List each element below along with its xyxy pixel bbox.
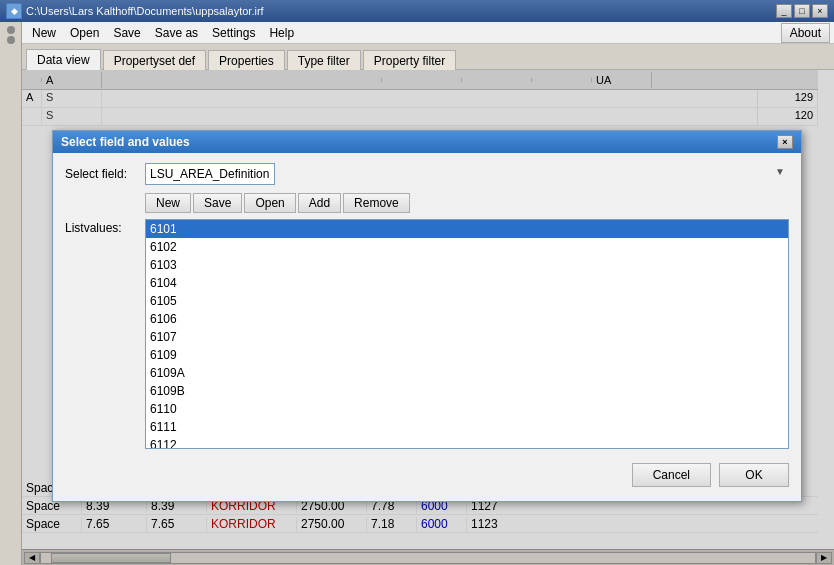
listvalues-item[interactable]: 6101	[146, 220, 788, 238]
minimize-button[interactable]: _	[776, 4, 792, 18]
tab-propertyset-def[interactable]: Propertyset def	[103, 50, 206, 70]
sidebar-dot-1	[7, 26, 15, 34]
select-field-dialog: Select field and values × Select field: …	[52, 130, 802, 502]
menu-save-as[interactable]: Save as	[149, 24, 204, 42]
listvalues-listbox[interactable]: 610161026103610461056106610761096109A610…	[145, 219, 789, 449]
menu-open[interactable]: Open	[64, 24, 105, 42]
toolbar-new-button[interactable]: New	[145, 193, 191, 213]
cancel-button[interactable]: Cancel	[632, 463, 711, 487]
toolbar-open-button[interactable]: Open	[244, 193, 295, 213]
left-sidebar	[0, 22, 22, 565]
toolbar-save-button[interactable]: Save	[193, 193, 242, 213]
listvalues-item[interactable]: 6110	[146, 400, 788, 418]
field-select-wrapper[interactable]: LSU_AREA_Definition	[145, 163, 789, 185]
listvalues-item[interactable]: 6106	[146, 310, 788, 328]
listvalues-item[interactable]: 6109	[146, 346, 788, 364]
listvalues-item[interactable]: 6104	[146, 274, 788, 292]
listvalues-item[interactable]: 6112	[146, 436, 788, 449]
dialog-close-button[interactable]: ×	[777, 135, 793, 149]
menu-help[interactable]: Help	[263, 24, 300, 42]
listvalues-label: Listvalues:	[65, 219, 145, 235]
window-controls[interactable]: _ □ ×	[776, 4, 828, 18]
listvalues-item[interactable]: 6107	[146, 328, 788, 346]
select-field-row: Select field: LSU_AREA_Definition	[65, 163, 789, 185]
tab-property-filter[interactable]: Property filter	[363, 50, 456, 70]
listvalues-row: Listvalues: 6101610261036104610561066107…	[65, 219, 789, 449]
tab-data-view[interactable]: Data view	[26, 49, 101, 70]
dialog-buttons: Cancel OK	[65, 457, 789, 491]
window-title: C:\Users\Lars Kalthoff\Documents\uppsala…	[26, 5, 776, 17]
tab-type-filter[interactable]: Type filter	[287, 50, 361, 70]
toolbar-remove-button[interactable]: Remove	[343, 193, 410, 213]
title-bar: ◆ C:\Users\Lars Kalthoff\Documents\uppsa…	[0, 0, 834, 22]
toolbar-add-button[interactable]: Add	[298, 193, 341, 213]
dialog-content: Select field: LSU_AREA_Definition New Sa…	[53, 153, 801, 501]
maximize-button[interactable]: □	[794, 4, 810, 18]
menu-save[interactable]: Save	[107, 24, 146, 42]
about-button[interactable]: About	[781, 23, 830, 43]
listvalues-item[interactable]: 6103	[146, 256, 788, 274]
menu-new[interactable]: New	[26, 24, 62, 42]
dialog-title-controls[interactable]: ×	[777, 135, 793, 149]
tab-bar: Data view Propertyset def Properties Typ…	[22, 44, 834, 70]
dialog-title-bar: Select field and values ×	[53, 131, 801, 153]
sidebar-dot-2	[7, 36, 15, 44]
dialog-toolbar: New Save Open Add Remove	[65, 193, 789, 213]
listvalues-item[interactable]: 6109A	[146, 364, 788, 382]
tab-properties[interactable]: Properties	[208, 50, 285, 70]
dialog-title: Select field and values	[61, 135, 190, 149]
main-area: New Open Save Save as Settings Help Abou…	[22, 22, 834, 565]
listvalues-item[interactable]: 6105	[146, 292, 788, 310]
listvalues-item[interactable]: 6109B	[146, 382, 788, 400]
field-select[interactable]: LSU_AREA_Definition	[145, 163, 275, 185]
close-button[interactable]: ×	[812, 4, 828, 18]
menu-settings[interactable]: Settings	[206, 24, 261, 42]
menu-bar: New Open Save Save as Settings Help Abou…	[22, 22, 834, 44]
content-area: A UA A S 129 S	[22, 70, 834, 565]
listvalues-item[interactable]: 6111	[146, 418, 788, 436]
ok-button[interactable]: OK	[719, 463, 789, 487]
listvalues-item[interactable]: 6102	[146, 238, 788, 256]
app-icon: ◆	[6, 3, 22, 19]
select-field-label: Select field:	[65, 167, 145, 181]
